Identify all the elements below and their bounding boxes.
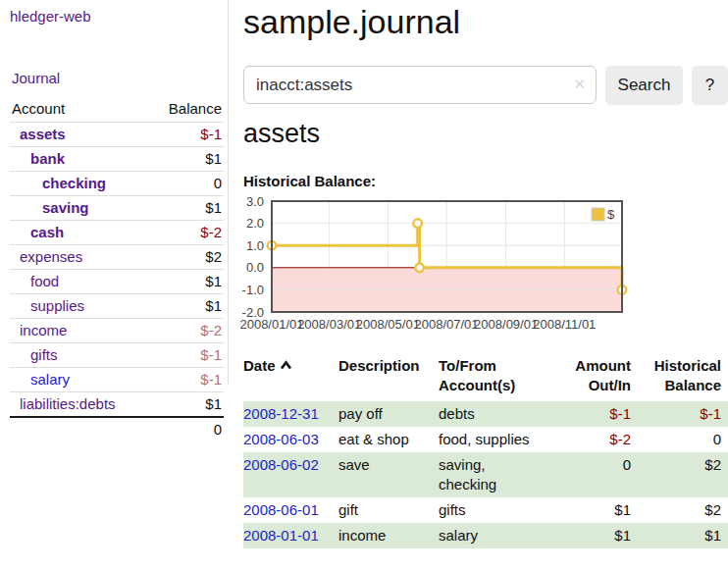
transaction-date-link[interactable]: 2008-01-01 bbox=[243, 527, 319, 544]
transaction-date-link[interactable]: 2008-12-31 bbox=[243, 405, 319, 422]
account-link[interactable]: bank bbox=[30, 150, 65, 167]
account-link[interactable]: gifts bbox=[30, 346, 58, 363]
account-link[interactable]: salary bbox=[30, 371, 70, 388]
account-link[interactable]: supplies bbox=[30, 297, 84, 314]
register-table: DateDescriptionTo/From Account(s)Amount … bbox=[243, 354, 728, 548]
sidebar-item-journal[interactable]: Journal bbox=[12, 70, 60, 86]
column-header-amount-out-in[interactable]: Amount Out/In bbox=[569, 354, 633, 401]
transaction-balance: 0 bbox=[633, 427, 728, 452]
account-link[interactable]: expenses bbox=[20, 248, 82, 265]
account-link[interactable]: income bbox=[20, 322, 67, 338]
transaction-date-link[interactable]: 2008-06-02 bbox=[243, 456, 319, 473]
sort-asc-icon bbox=[280, 360, 292, 370]
clear-search-icon[interactable]: ✕ bbox=[573, 76, 586, 93]
transaction-amount: $1 bbox=[569, 497, 633, 523]
account-balance: $1 bbox=[148, 196, 224, 221]
account-link[interactable]: checking bbox=[42, 175, 106, 191]
account-row: gifts$-1 bbox=[10, 343, 224, 368]
svg-text:2008/03/01: 2008/03/01 bbox=[297, 317, 361, 332]
main-content: sample.journal ✕ Search ? assets Histori… bbox=[243, 0, 728, 41]
account-row: income$-2 bbox=[10, 319, 224, 343]
accounts-total-row: 0 bbox=[10, 417, 224, 441]
transaction-description: pay off bbox=[338, 401, 439, 427]
help-button[interactable]: ? bbox=[692, 66, 728, 105]
account-balance: $1 bbox=[148, 294, 224, 319]
transaction-accounts: salary bbox=[439, 523, 569, 548]
transaction-row: 2008-06-01giftgifts$1$2 bbox=[243, 497, 728, 523]
historical-balance-chart: 3.02.01.00.0-1.0-2.02008/01/012008/03/01… bbox=[234, 195, 630, 335]
transaction-date-link[interactable]: 2008-06-03 bbox=[243, 431, 319, 447]
account-row: assets$-1 bbox=[10, 123, 224, 147]
search-button[interactable]: Search bbox=[605, 66, 683, 105]
svg-text:2.0: 2.0 bbox=[246, 216, 264, 231]
svg-text:-1.0: -1.0 bbox=[242, 283, 264, 297]
app-title-link[interactable]: hledger-web bbox=[10, 8, 91, 25]
transaction-date-link[interactable]: 2008-06-01 bbox=[243, 501, 319, 518]
transaction-balance: $1 bbox=[633, 523, 728, 548]
accounts-header-balance: Balance bbox=[148, 96, 224, 123]
svg-text:2008/07/01: 2008/07/01 bbox=[414, 317, 478, 332]
column-header-description[interactable]: Description bbox=[338, 354, 439, 401]
transaction-balance: $-1 bbox=[633, 401, 728, 427]
account-row: bank$1 bbox=[10, 147, 224, 172]
transaction-description: eat & shop bbox=[338, 427, 439, 452]
transaction-description: gift bbox=[338, 497, 439, 523]
column-header-date[interactable]: Date bbox=[243, 354, 338, 401]
account-balance: $1 bbox=[148, 270, 224, 294]
account-balance: $1 bbox=[148, 392, 224, 418]
transaction-accounts: gifts bbox=[439, 497, 569, 523]
transaction-amount: $-2 bbox=[569, 427, 633, 452]
account-balance: $2 bbox=[148, 245, 224, 270]
svg-text:2008/09/01: 2008/09/01 bbox=[474, 317, 538, 332]
transaction-description: save bbox=[338, 452, 439, 497]
legend-swatch bbox=[592, 208, 604, 221]
transaction-accounts: debts bbox=[439, 401, 569, 427]
account-row: saving$1 bbox=[10, 196, 224, 221]
svg-text:0.0: 0.0 bbox=[246, 260, 264, 275]
account-row: salary$-1 bbox=[10, 368, 224, 392]
account-row: checking0 bbox=[10, 172, 224, 196]
transaction-accounts: food, supplies bbox=[439, 427, 569, 452]
transaction-amount: $1 bbox=[569, 523, 633, 548]
account-heading: assets bbox=[243, 119, 320, 149]
transaction-balance: $2 bbox=[633, 497, 728, 523]
account-link[interactable]: liabilities:debts bbox=[20, 395, 116, 412]
search-form: ✕ Search ? bbox=[243, 66, 728, 105]
search-input[interactable] bbox=[243, 66, 597, 104]
transaction-row: 2008-06-02savesaving, checking0$2 bbox=[243, 452, 728, 497]
account-row: food$1 bbox=[10, 270, 224, 294]
svg-text:2008/01/01: 2008/01/01 bbox=[239, 317, 303, 332]
account-balance: 0 bbox=[148, 172, 224, 196]
transaction-accounts: saving, checking bbox=[439, 452, 569, 497]
chart-title: Historical Balance: bbox=[243, 173, 376, 189]
transaction-balance: $2 bbox=[633, 452, 728, 497]
legend-label: $ bbox=[607, 207, 615, 222]
account-link[interactable]: cash bbox=[30, 224, 64, 240]
accounts-table: Account Balance assets$-1bank$1checking0… bbox=[10, 96, 224, 441]
account-row: cash$-2 bbox=[10, 221, 224, 245]
transaction-amount: $-1 bbox=[569, 401, 633, 427]
account-balance: $-1 bbox=[148, 368, 224, 392]
data-point-marker bbox=[415, 264, 424, 273]
account-row: supplies$1 bbox=[10, 294, 224, 319]
svg-text:2008/05/01: 2008/05/01 bbox=[356, 317, 420, 332]
account-balance: $-1 bbox=[148, 343, 224, 368]
page-title: sample.journal bbox=[243, 3, 728, 41]
transaction-row: 2008-06-03eat & shopfood, supplies$-20 bbox=[243, 427, 728, 452]
sidebar-divider bbox=[228, 0, 229, 385]
account-balance: $-2 bbox=[148, 319, 224, 343]
account-link[interactable]: assets bbox=[20, 126, 66, 142]
account-link[interactable]: saving bbox=[42, 199, 89, 216]
data-point-marker bbox=[413, 219, 422, 228]
account-balance: $-1 bbox=[148, 123, 224, 147]
svg-text:3.0: 3.0 bbox=[246, 195, 264, 209]
transaction-row: 2008-01-01incomesalary$1$1 bbox=[243, 523, 728, 548]
column-header-to-from-account-s-[interactable]: To/From Account(s) bbox=[439, 354, 569, 401]
transaction-amount: 0 bbox=[569, 452, 633, 497]
svg-text:1.0: 1.0 bbox=[246, 238, 264, 253]
column-header-historical-balance[interactable]: Historical Balance bbox=[633, 354, 728, 401]
account-balance: $-2 bbox=[148, 221, 224, 245]
account-row: liabilities:debts$1 bbox=[10, 392, 224, 418]
account-link[interactable]: food bbox=[30, 273, 59, 289]
transaction-description: income bbox=[338, 523, 439, 548]
